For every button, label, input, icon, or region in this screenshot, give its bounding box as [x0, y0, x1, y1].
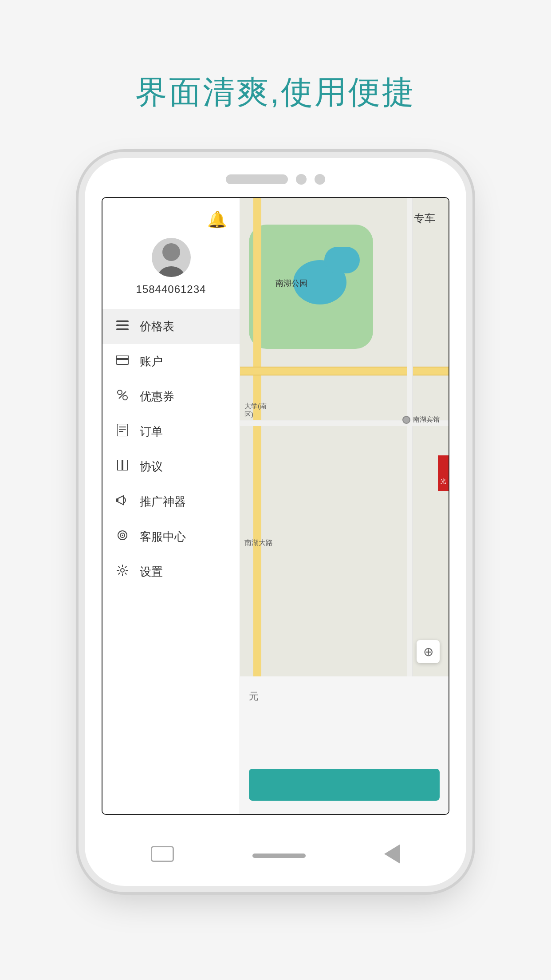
menu-label-service: 客服中心: [140, 529, 186, 545]
menu-label-promote: 推广神器: [140, 494, 186, 510]
avatar: [152, 238, 191, 277]
promote-icon: [115, 495, 130, 509]
phone-mockup: 🔔 15844061234: [85, 158, 466, 886]
svg-rect-15: [118, 460, 122, 470]
orders-icon: [115, 424, 130, 439]
lake-secondary: [324, 247, 360, 273]
map-background: 南湖公园 南湖大路 专车 大学(南 区): [240, 198, 449, 814]
account-icon: [115, 355, 130, 368]
svg-rect-12: [119, 427, 126, 427]
menu-item-settings[interactable]: 设置: [102, 554, 240, 589]
camera-lens-2: [315, 174, 325, 185]
menu-label-agreement: 协议: [140, 459, 163, 474]
menu-item-price-list[interactable]: 价格表: [102, 309, 240, 344]
yuan-label: 元: [249, 690, 259, 703]
poi-binguan: 南湖宾馆: [402, 415, 440, 424]
menu-label-price-list: 价格表: [140, 319, 174, 334]
menu-label-coupon: 优惠券: [140, 389, 174, 404]
speaker: [226, 174, 288, 184]
page-title: 界面清爽,使用便捷: [135, 71, 416, 114]
user-phone-number: 15844061234: [136, 283, 206, 296]
menu-item-agreement[interactable]: 协议: [102, 449, 240, 484]
location-crosshair-icon: ⊕: [423, 644, 433, 659]
nav-btn-home[interactable]: [252, 850, 306, 858]
notification-bell-icon[interactable]: 🔔: [207, 210, 227, 229]
red-banner: 光: [438, 455, 449, 491]
menu-label-orders: 订单: [140, 424, 163, 439]
poi-qu: 区): [244, 411, 267, 419]
menu-item-orders[interactable]: 订单: [102, 414, 240, 449]
menu-item-coupon[interactable]: 优惠券: [102, 379, 240, 414]
map-bottom-panel: 元: [240, 676, 449, 814]
svg-rect-11: [117, 424, 128, 436]
menu-label-account: 账户: [140, 354, 163, 369]
svg-rect-4: [116, 324, 129, 326]
park-label: 南湖公园: [276, 278, 307, 288]
agreement-icon: [115, 460, 130, 474]
svg-rect-7: [116, 358, 129, 360]
drawer-header: 🔔: [102, 198, 240, 233]
back-button-icon: [384, 844, 400, 864]
poi-daxue: 大学(南: [244, 402, 267, 411]
menu-item-service[interactable]: 客服中心: [102, 519, 240, 554]
coupon-icon: [115, 389, 130, 404]
park-area: 南湖公园: [249, 225, 373, 349]
price-list-icon: [115, 320, 130, 333]
recent-apps-icon: [151, 846, 174, 862]
svg-point-1: [162, 243, 180, 261]
menu-item-account[interactable]: 账户: [102, 344, 240, 379]
menu-item-promote[interactable]: 推广神器: [102, 484, 240, 519]
svg-line-9: [119, 391, 126, 399]
settings-icon: [115, 565, 130, 579]
svg-rect-3: [116, 320, 129, 322]
phone-screen: 🔔 15844061234: [102, 197, 449, 815]
drawer-panel: 🔔 15844061234: [102, 198, 240, 814]
svg-point-8: [118, 390, 122, 395]
user-profile-section: 15844061234: [102, 233, 240, 309]
svg-marker-17: [118, 496, 123, 505]
poi-zhuanche: 专车: [414, 211, 435, 225]
call-car-button[interactable]: [249, 769, 440, 801]
drawer-menu: 价格表 账户: [102, 309, 240, 814]
camera-lens-1: [296, 174, 307, 185]
map-area: 南湖公园 南湖大路 专车 大学(南 区): [240, 198, 449, 814]
svg-point-10: [123, 395, 127, 400]
home-button-icon: [252, 854, 306, 858]
menu-label-settings: 设置: [140, 564, 163, 580]
phone-top-bar: [226, 174, 325, 185]
phone-bottom-bar: [85, 844, 466, 864]
nav-btn-recent[interactable]: [151, 846, 174, 862]
poi-dot: [402, 416, 410, 424]
svg-rect-5: [116, 328, 129, 330]
svg-point-22: [121, 569, 124, 572]
location-button[interactable]: ⊕: [417, 640, 440, 663]
nav-btn-back[interactable]: [384, 844, 400, 864]
road-label: 南湖大路: [244, 538, 273, 548]
svg-point-21: [122, 535, 123, 536]
svg-rect-14: [119, 431, 123, 432]
svg-rect-16: [123, 460, 127, 470]
road-horizontal-main: 南湖大路: [240, 367, 449, 375]
svg-rect-18: [116, 498, 118, 502]
svg-rect-13: [119, 429, 126, 430]
service-icon: [115, 530, 130, 544]
